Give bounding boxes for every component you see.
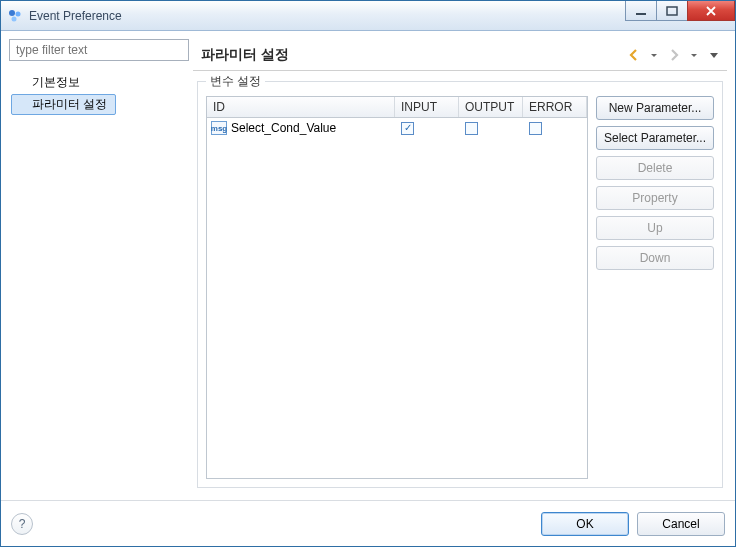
- select-parameter-button[interactable]: Select Parameter...: [596, 126, 714, 150]
- new-parameter-button[interactable]: New Parameter...: [596, 96, 714, 120]
- row-id-label: Select_Cond_Value: [231, 121, 336, 135]
- page-header: 파라미터 설정: [193, 39, 727, 71]
- app-icon: [7, 8, 23, 24]
- ok-button[interactable]: OK: [541, 512, 629, 536]
- variable-settings-group: 변수 설정 ID INPUT OUTPUT ERROR msg Select_C…: [197, 81, 723, 488]
- svg-rect-3: [636, 13, 646, 15]
- input-checkbox[interactable]: ✓: [401, 122, 414, 135]
- delete-button[interactable]: Delete: [596, 156, 714, 180]
- details-pane: 파라미터 설정 변수 설정: [193, 39, 727, 492]
- tree-item-parameter-settings[interactable]: 파라미터 설정: [11, 94, 116, 115]
- event-preference-window: Event Preference 기본정보 파라미터 설정 파라미터 설정: [0, 0, 736, 547]
- column-header-output[interactable]: OUTPUT: [459, 97, 523, 117]
- tree-item-basic-info[interactable]: 기본정보: [11, 72, 89, 93]
- parameter-table: ID INPUT OUTPUT ERROR msg Select_Cond_Va…: [206, 96, 588, 479]
- table-header: ID INPUT OUTPUT ERROR: [207, 97, 587, 118]
- msg-icon: msg: [211, 121, 227, 135]
- page-title: 파라미터 설정: [201, 46, 623, 64]
- up-button[interactable]: Up: [596, 216, 714, 240]
- maximize-button[interactable]: [656, 1, 688, 21]
- window-controls: [626, 1, 735, 21]
- svg-rect-4: [667, 7, 677, 15]
- window-title: Event Preference: [29, 9, 122, 23]
- column-header-input[interactable]: INPUT: [395, 97, 459, 117]
- close-button[interactable]: [687, 1, 735, 21]
- help-icon[interactable]: ?: [11, 513, 33, 535]
- error-checkbox[interactable]: [529, 122, 542, 135]
- column-header-id[interactable]: ID: [207, 97, 395, 117]
- column-header-error[interactable]: ERROR: [523, 97, 587, 117]
- table-row[interactable]: msg Select_Cond_Value ✓: [207, 118, 587, 138]
- svg-point-0: [9, 10, 15, 16]
- view-menu-icon[interactable]: [705, 46, 723, 64]
- forward-button[interactable]: [665, 46, 683, 64]
- svg-point-1: [16, 11, 21, 16]
- forward-menu-icon[interactable]: [685, 46, 703, 64]
- cancel-button[interactable]: Cancel: [637, 512, 725, 536]
- back-menu-icon[interactable]: [645, 46, 663, 64]
- down-button[interactable]: Down: [596, 246, 714, 270]
- button-column: New Parameter... Select Parameter... Del…: [596, 96, 714, 479]
- output-checkbox[interactable]: [465, 122, 478, 135]
- group-label: 변수 설정: [206, 73, 265, 90]
- svg-point-2: [12, 16, 17, 21]
- table-body: msg Select_Cond_Value ✓: [207, 118, 587, 478]
- minimize-button[interactable]: [625, 1, 657, 21]
- dialog-footer: ? OK Cancel: [1, 500, 735, 546]
- property-button[interactable]: Property: [596, 186, 714, 210]
- titlebar: Event Preference: [1, 1, 735, 31]
- preference-tree: 기본정보 파라미터 설정: [9, 67, 189, 120]
- back-button[interactable]: [625, 46, 643, 64]
- filter-input[interactable]: [9, 39, 189, 61]
- navigation-pane: 기본정보 파라미터 설정: [9, 39, 189, 492]
- content-area: 기본정보 파라미터 설정 파라미터 설정: [1, 31, 735, 500]
